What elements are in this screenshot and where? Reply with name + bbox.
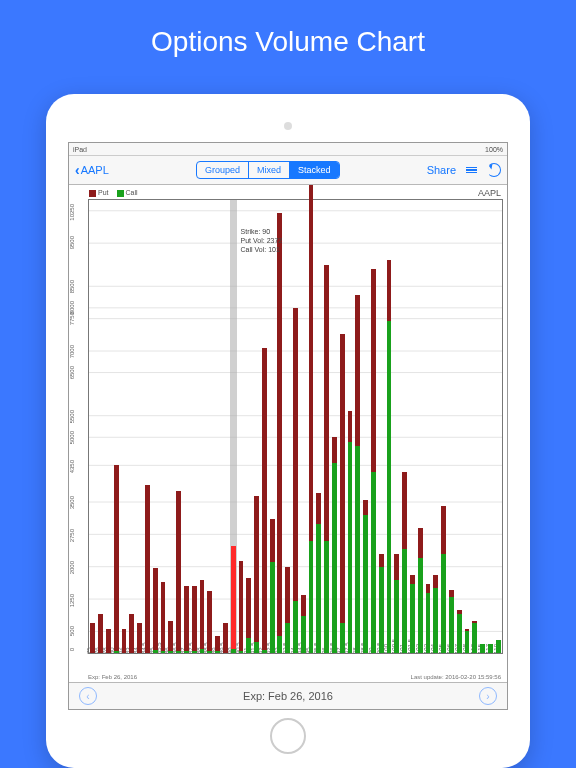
call-bar xyxy=(176,651,181,653)
call-bar xyxy=(192,651,197,653)
put-bar xyxy=(114,465,119,651)
seg-stacked[interactable]: Stacked xyxy=(290,162,339,178)
call-bar xyxy=(441,554,446,653)
put-bar xyxy=(457,610,462,614)
call-bar xyxy=(309,541,314,653)
call-bar xyxy=(161,651,166,653)
call-bar xyxy=(246,638,251,653)
call-bar xyxy=(114,651,119,653)
call-bar xyxy=(293,601,298,653)
put-bar xyxy=(340,334,345,623)
put-bar xyxy=(309,185,314,541)
put-bar xyxy=(246,578,251,638)
call-bar xyxy=(488,644,493,653)
y-tick: 7000 xyxy=(69,345,75,358)
bottom-bar: ‹ Exp: Feb 26, 2016 › xyxy=(69,682,507,709)
put-bar xyxy=(90,623,95,653)
seg-grouped[interactable]: Grouped xyxy=(197,162,249,178)
call-bar xyxy=(348,442,353,653)
call-swatch xyxy=(117,190,124,197)
call-bar xyxy=(239,651,244,653)
y-tick: 0 xyxy=(69,648,75,651)
put-bar xyxy=(441,506,446,553)
put-bar xyxy=(215,636,220,651)
toolbar: ‹ AAPL Grouped Mixed Stacked Share xyxy=(69,156,507,185)
tooltip-call: Call Vol: 101 xyxy=(241,246,283,255)
call-bar xyxy=(387,321,392,653)
put-bar xyxy=(379,554,384,567)
prev-exp-button[interactable]: ‹ xyxy=(79,687,97,705)
device-frame: iPad 100% ‹ AAPL Grouped Mixed Stacked S… xyxy=(46,94,530,768)
tooltip-put: Put Vol: 2372 xyxy=(241,237,283,246)
y-tick: 5500 xyxy=(69,410,75,423)
put-bar xyxy=(355,295,360,446)
put-bar xyxy=(285,567,290,623)
expiration-label[interactable]: Exp: Feb 26, 2016 xyxy=(243,690,333,702)
put-bar xyxy=(387,260,392,320)
put-bar xyxy=(239,561,244,652)
chevron-left-icon: ‹ xyxy=(75,162,80,178)
call-bar xyxy=(371,472,376,653)
put-bar xyxy=(465,629,470,631)
put-bar xyxy=(371,269,376,472)
home-button[interactable] xyxy=(270,718,306,754)
put-bar xyxy=(410,575,415,584)
put-bar xyxy=(270,519,275,562)
call-bar xyxy=(316,524,321,653)
put-bar xyxy=(433,575,438,588)
exp-note: Exp: Feb 26, 2016 xyxy=(88,674,137,680)
back-label: AAPL xyxy=(81,164,109,176)
call-bar xyxy=(379,567,384,653)
call-bar xyxy=(394,580,399,653)
put-bar xyxy=(192,586,197,651)
y-tick: 8000 xyxy=(69,301,75,314)
y-tick: 10250 xyxy=(69,204,75,221)
y-tick: 1250 xyxy=(69,594,75,607)
put-bar xyxy=(324,265,329,541)
legend-put-label: Put xyxy=(98,189,109,196)
screen: iPad 100% ‹ AAPL Grouped Mixed Stacked S… xyxy=(68,142,508,710)
call-bar xyxy=(215,651,220,653)
y-axis-ticks: 0500125020002750350043505000550065007000… xyxy=(71,199,88,654)
put-bar xyxy=(161,582,166,651)
segmented-control: Grouped Mixed Stacked xyxy=(196,161,340,179)
put-bar xyxy=(394,554,399,580)
camera-dot xyxy=(284,122,292,130)
put-bar xyxy=(418,528,423,558)
y-tick: 9500 xyxy=(69,236,75,249)
update-note: Last update: 2016-02-20 15:59:56 xyxy=(411,674,501,680)
tooltip-strike: Strike: 90 xyxy=(241,228,283,237)
x-axis-ticks: 7576788082838484.58585.58686.58787.58888… xyxy=(88,654,503,670)
put-bar xyxy=(137,623,142,653)
share-button[interactable]: Share xyxy=(427,164,456,176)
call-bar xyxy=(207,651,212,653)
y-tick: 5000 xyxy=(69,431,75,444)
y-tick: 4350 xyxy=(69,460,75,473)
status-bar: iPad 100% xyxy=(69,143,507,156)
call-bar xyxy=(200,649,205,653)
seg-mixed[interactable]: Mixed xyxy=(249,162,290,178)
call-bar xyxy=(355,446,360,653)
call-bar xyxy=(231,649,236,653)
next-exp-button[interactable]: › xyxy=(479,687,497,705)
menu-icon[interactable] xyxy=(466,167,477,174)
call-bar xyxy=(285,623,290,653)
call-bar xyxy=(262,650,267,653)
tooltip: Strike: 90 Put Vol: 2372 Call Vol: 101 xyxy=(241,228,283,254)
call-bar xyxy=(363,515,368,653)
back-button[interactable]: ‹ AAPL xyxy=(75,162,109,178)
put-bar xyxy=(98,614,103,653)
put-bar xyxy=(472,621,477,623)
chart-area: Put Call AAPL Strike: 90 Put Vol: 2372 C… xyxy=(69,185,507,682)
refresh-icon[interactable] xyxy=(487,163,501,177)
plot[interactable]: Strike: 90 Put Vol: 2372 Call Vol: 101 xyxy=(88,199,503,654)
call-bar xyxy=(168,651,173,653)
call-bar xyxy=(465,631,470,653)
put-bar xyxy=(402,472,407,550)
put-bar xyxy=(301,595,306,617)
call-bar xyxy=(457,614,462,653)
put-bar xyxy=(363,500,368,515)
call-bar xyxy=(254,642,259,653)
call-bar xyxy=(426,593,431,653)
put-bar xyxy=(145,485,150,653)
